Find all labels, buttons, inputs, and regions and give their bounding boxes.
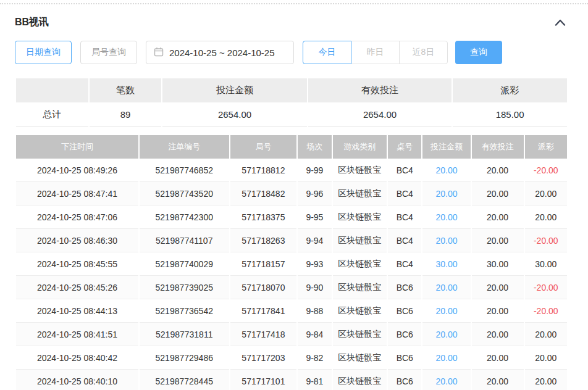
valid-bet-cell: 30.00 [472, 252, 524, 276]
today-button[interactable]: 今日 [303, 41, 351, 64]
session-cell: 9-90 [298, 276, 331, 299]
bet-id-cell: 521987728445 [140, 370, 229, 390]
panel-header: BB视讯 [15, 4, 568, 40]
bet-time-cell: 2024-10-25 08:49:26 [16, 159, 138, 182]
round-id-cell: 571718263 [230, 229, 297, 252]
table-no-cell: BC6 [388, 346, 421, 370]
bet-id-cell: 521987729486 [140, 346, 229, 370]
table-no-cell: BC4 [388, 252, 421, 276]
summary-header-valid-bet: 有效投注 [308, 78, 452, 102]
bet-amount-link[interactable]: 20.00 [422, 229, 470, 252]
bet-amount-link[interactable]: 20.00 [422, 276, 470, 299]
summary-payout-value: 185.00 [453, 102, 567, 127]
payout-cell: 20.00 [525, 205, 567, 229]
game-type-cell: 区块链骰宝 [333, 299, 387, 323]
round-id-cell: 571718070 [230, 276, 297, 299]
records-table: 下注时间 注单编号 局号 场次 游戏类别 桌号 投注金额 有效投注 派彩 202… [15, 135, 568, 390]
summary-header-blank [16, 78, 88, 102]
valid-bet-cell: 20.00 [472, 370, 524, 390]
bet-id-cell: 521987741107 [140, 229, 229, 252]
bet-amount-link[interactable]: 20.00 [422, 299, 470, 323]
table-no-cell: BC4 [388, 205, 421, 229]
last-8-days-button[interactable]: 近8日 [399, 41, 448, 64]
filter-row: 日期查询 局号查询 2024-10-25 ~ 2024-10-25 今日 昨日 … [15, 40, 568, 65]
payout-cell: 20.00 [525, 323, 567, 346]
bet-amount-link[interactable]: 20.00 [422, 323, 470, 346]
round-query-button[interactable]: 局号查询 [80, 41, 137, 64]
header-round-id: 局号 [230, 135, 297, 159]
round-id-cell: 571718812 [230, 159, 297, 182]
bet-id-cell: 521987731811 [140, 323, 229, 346]
game-type-cell: 区块链骰宝 [333, 252, 387, 276]
round-id-cell: 571718157 [230, 252, 297, 276]
payout-cell: -20.00 [525, 299, 567, 323]
summary-count-value: 89 [90, 102, 162, 127]
table-no-cell: BC4 [388, 159, 421, 182]
header-table-no: 桌号 [388, 135, 421, 159]
collapse-button[interactable] [552, 17, 568, 28]
table-row: 2024-10-25 08:47:41 521987743520 5717184… [16, 182, 567, 205]
table-no-cell: BC4 [388, 229, 421, 252]
session-cell: 9-95 [298, 205, 331, 229]
table-no-cell: BC6 [388, 299, 421, 323]
quick-range-group: 今日 昨日 近8日 [303, 41, 448, 64]
bet-time-cell: 2024-10-25 08:47:41 [16, 182, 138, 205]
table-row: 2024-10-25 08:41:51 521987731811 5717174… [16, 323, 567, 346]
bet-id-cell: 521987742300 [140, 205, 229, 229]
yesterday-button[interactable]: 昨日 [351, 41, 400, 64]
bet-id-cell: 521987740029 [140, 252, 229, 276]
bet-time-cell: 2024-10-25 08:41:51 [16, 323, 138, 346]
summary-header-payout: 派彩 [453, 78, 567, 102]
table-no-cell: BC6 [388, 323, 421, 346]
bet-amount-link[interactable]: 20.00 [422, 159, 470, 182]
search-button[interactable]: 查询 [455, 41, 502, 64]
valid-bet-cell: 20.00 [472, 299, 524, 323]
payout-cell: -20.00 [525, 276, 567, 299]
round-id-cell: 571718375 [230, 205, 297, 229]
valid-bet-cell: 20.00 [472, 205, 524, 229]
valid-bet-cell: 20.00 [472, 159, 524, 182]
valid-bet-cell: 20.00 [472, 276, 524, 299]
header-payout: 派彩 [525, 135, 567, 159]
records-header-row: 下注时间 注单编号 局号 场次 游戏类别 桌号 投注金额 有效投注 派彩 [16, 135, 567, 159]
summary-valid-bet-value: 2654.00 [308, 102, 452, 127]
table-row: 2024-10-25 08:46:30 521987741107 5717182… [16, 229, 567, 252]
bb-video-panel: BB视讯 日期查询 局号查询 2024-10-25 ~ 2024-10-25 今… [0, 4, 588, 390]
valid-bet-cell: 20.00 [472, 346, 524, 370]
table-no-cell: BC6 [388, 370, 421, 390]
date-range-input[interactable]: 2024-10-25 ~ 2024-10-25 [146, 41, 294, 64]
session-cell: 9-81 [298, 370, 331, 390]
bet-time-cell: 2024-10-25 08:40:10 [16, 370, 138, 390]
bet-amount-link[interactable]: 20.00 [422, 205, 470, 229]
game-type-cell: 区块链骰宝 [333, 346, 387, 370]
date-query-button[interactable]: 日期查询 [15, 41, 72, 64]
payout-cell: 20.00 [525, 182, 567, 205]
calendar-icon [154, 47, 164, 59]
table-row: 2024-10-25 08:49:26 521987746852 5717188… [16, 159, 567, 182]
bet-time-cell: 2024-10-25 08:40:42 [16, 346, 138, 370]
valid-bet-cell: 20.00 [472, 182, 524, 205]
bet-amount-link[interactable]: 20.00 [422, 182, 470, 205]
bet-time-cell: 2024-10-25 08:44:13 [16, 299, 138, 323]
table-no-cell: BC4 [388, 182, 421, 205]
bet-time-cell: 2024-10-25 08:47:06 [16, 205, 138, 229]
summary-header-bet-amount: 投注金额 [162, 78, 306, 102]
valid-bet-cell: 20.00 [472, 323, 524, 346]
bet-amount-link[interactable]: 20.00 [422, 346, 470, 370]
bet-amount-link[interactable]: 30.00 [422, 252, 470, 276]
session-cell: 9-96 [298, 182, 331, 205]
table-row: 2024-10-25 08:45:26 521987739025 5717180… [16, 276, 567, 299]
payout-cell: 20.00 [525, 370, 567, 390]
round-id-cell: 571717101 [230, 370, 297, 390]
header-bet-amount: 投注金额 [422, 135, 470, 159]
table-row: 2024-10-25 08:44:13 521987736542 5717178… [16, 299, 567, 323]
bet-amount-link[interactable]: 20.00 [422, 370, 470, 390]
session-cell: 9-84 [298, 323, 331, 346]
header-valid-bet: 有效投注 [472, 135, 524, 159]
valid-bet-cell: 20.00 [472, 229, 524, 252]
round-id-cell: 571717418 [230, 323, 297, 346]
session-cell: 9-99 [298, 159, 331, 182]
game-type-cell: 区块链骰宝 [333, 276, 387, 299]
summary-bet-amount-value: 2654.00 [162, 102, 306, 127]
game-type-cell: 区块链骰宝 [333, 159, 387, 182]
